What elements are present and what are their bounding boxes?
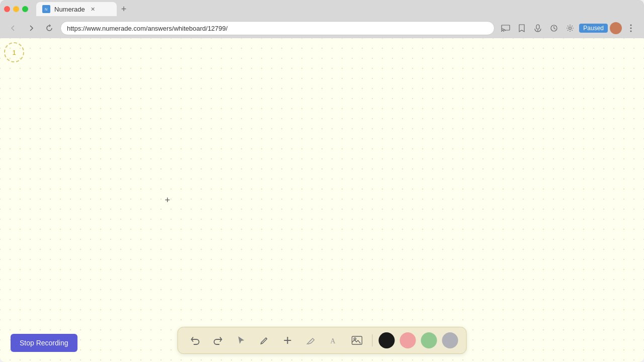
color-black[interactable]: [379, 332, 395, 348]
tab-favicon: N: [42, 5, 50, 13]
user-avatar[interactable]: [610, 22, 622, 34]
svg-rect-4: [536, 25, 539, 29]
traffic-lights: [4, 6, 28, 12]
stop-recording-button[interactable]: Stop Recording: [11, 334, 77, 352]
bookmark-button[interactable]: [515, 21, 529, 35]
text-tool-button[interactable]: A: [325, 331, 343, 349]
svg-text:N: N: [45, 8, 47, 11]
image-tool-button[interactable]: [348, 331, 366, 349]
svg-point-9: [630, 28, 632, 29]
add-shape-button[interactable]: [279, 331, 297, 349]
color-pink[interactable]: [400, 332, 416, 348]
extensions-button[interactable]: [547, 21, 561, 35]
svg-point-8: [630, 25, 632, 26]
address-bar: https://www.numerade.com/answers/whitebo…: [0, 18, 644, 38]
browser-frame: N Numerade ✕ + https://www.numerade.com/…: [0, 0, 644, 362]
settings-button[interactable]: [563, 21, 577, 35]
svg-rect-2: [502, 25, 510, 30]
url-text: https://www.numerade.com/answers/whitebo…: [67, 25, 227, 32]
new-tab-button[interactable]: +: [117, 2, 131, 16]
svg-text:A: A: [331, 337, 336, 345]
back-button[interactable]: [6, 21, 20, 35]
undo-button[interactable]: [186, 331, 204, 349]
select-tool-button[interactable]: [232, 331, 251, 349]
whiteboard-area[interactable]: 1 + Stop Recording: [0, 38, 644, 362]
redo-button[interactable]: [209, 331, 227, 349]
forward-button[interactable]: [24, 21, 38, 35]
paused-label: Paused: [583, 25, 604, 32]
svg-point-3: [501, 31, 502, 32]
close-button[interactable]: [4, 6, 10, 12]
tab-close-button[interactable]: ✕: [89, 5, 97, 13]
color-green[interactable]: [421, 332, 437, 348]
active-tab[interactable]: N Numerade ✕: [36, 2, 117, 16]
eraser-tool-button[interactable]: [302, 331, 320, 349]
drawing-toolbar: A: [178, 327, 467, 354]
refresh-button[interactable]: [42, 21, 56, 35]
pen-tool-button[interactable]: [256, 331, 274, 349]
mic-button[interactable]: [531, 21, 545, 35]
menu-button[interactable]: [624, 21, 638, 35]
tab-label: Numerade: [54, 6, 85, 13]
title-bar: N Numerade ✕ +: [0, 0, 644, 18]
bottom-area: Stop Recording: [0, 322, 644, 362]
tabs-area: N Numerade ✕ +: [32, 2, 640, 16]
paused-badge[interactable]: Paused: [579, 24, 608, 33]
svg-point-10: [630, 31, 632, 32]
browser-actions: Paused: [499, 21, 638, 35]
maximize-button[interactable]: [22, 6, 28, 12]
svg-point-7: [569, 27, 572, 30]
toolbar-divider: [372, 334, 373, 346]
cursor-crosshair: +: [165, 195, 171, 206]
minimize-button[interactable]: [13, 6, 19, 12]
cast-button[interactable]: [499, 21, 513, 35]
url-bar[interactable]: https://www.numerade.com/answers/whitebo…: [60, 21, 495, 35]
color-gray[interactable]: [442, 332, 458, 348]
page-number: 1: [4, 42, 24, 62]
